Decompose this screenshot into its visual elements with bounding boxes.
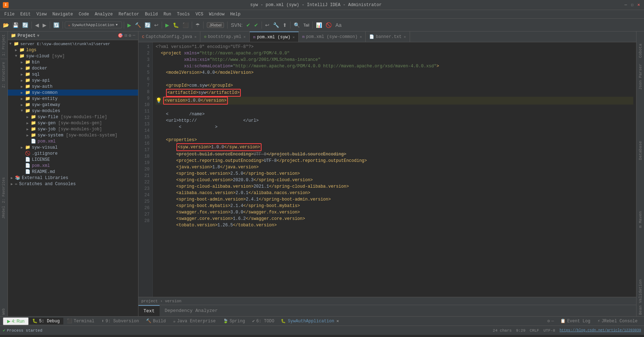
tab-close-captchaconfig[interactable]: ✕ — [194, 35, 196, 39]
database-panel[interactable]: Database — [638, 140, 643, 162]
jrebel-gutter-label[interactable]: JRebel — [1, 204, 6, 220]
rerun-button[interactable]: ↩ — [153, 21, 160, 29]
tab-captchaconfig[interactable]: C CaptchaConfig.java ✕ — [138, 32, 200, 42]
tree-item-sql[interactable]: ▶ 📁 sql — [8, 71, 138, 77]
maven-panel[interactable]: m Maven — [638, 210, 643, 229]
tree-item-syw-entity[interactable]: ▶ 📁 syw-entity — [8, 96, 138, 102]
tree-item-gitignore[interactable]: 🚫 .gitignore — [8, 150, 138, 157]
toolbar-back-button[interactable]: ◀ — [34, 21, 40, 29]
debug-build-tab[interactable]: 🔨 Build — [142, 318, 169, 324]
tree-item-syw-gen[interactable]: ▶ 📁 syw-gen [syw-modules-gen] — [8, 120, 138, 126]
close-button[interactable]: ✕ — [636, 3, 641, 8]
code-editor[interactable]: <?xml version="1.0" encoding="UTF-8"?> <… — [153, 42, 636, 297]
debug-minimize-icon[interactable]: — — [551, 319, 554, 324]
toolbar-stop-btn[interactable]: ⬛ — [181, 21, 190, 29]
toolbar-translate-btn[interactable]: Aa — [334, 21, 343, 29]
run-config-selector[interactable]: ☕ SywAuthApplication ▼ — [65, 21, 122, 28]
toolbar-undo-btn[interactable]: ↩ — [264, 21, 271, 29]
menu-analyze[interactable]: Analyze — [92, 11, 116, 18]
toolbar-debug-run[interactable]: ▶ — [164, 21, 171, 29]
project-gutter-label[interactable]: 1: Project — [1, 33, 6, 57]
tree-item-syw-auth[interactable]: ▶ 📁 syw-auth — [8, 83, 138, 90]
toolbar-sync-button[interactable]: 🔄 — [21, 21, 30, 29]
toolbar-forward-button[interactable]: ▶ — [41, 21, 48, 29]
tab-banner[interactable]: 📄 banner.txt ✕ — [366, 32, 410, 42]
debug-debug-tab[interactable]: 🐛 5: Debug — [29, 318, 63, 324]
json-parser-panel[interactable]: Json Parser — [638, 62, 643, 91]
tree-item-readme[interactable]: 📄 README.md — [8, 169, 138, 175]
tab-close-banner[interactable]: ✕ — [404, 35, 406, 39]
toolbar-screen-btn[interactable]: 📊 — [314, 21, 323, 29]
menu-code[interactable]: Code — [76, 11, 92, 18]
structure-gutter-label[interactable]: Z: Structure — [1, 61, 6, 89]
tree-item-syw-api[interactable]: ▶ 📁 syw-api — [8, 77, 138, 83]
debug-terminal-tab[interactable]: ⬛ Terminal — [63, 318, 98, 324]
toolbar-open-button[interactable]: 📂 — [1, 21, 10, 29]
tree-item-modules-pom[interactable]: 📄 pom.xml — [8, 138, 138, 144]
bean-validation-panel[interactable]: Bean Validation — [638, 278, 643, 316]
minimize-panel-icon[interactable]: — — [133, 33, 135, 38]
tree-item-syw-visual[interactable]: ▶ 📁 syw-visual — [8, 144, 138, 150]
menu-build[interactable]: Build — [142, 11, 161, 18]
tab-pom-common[interactable]: m pom.xml (syw-common) ✕ — [299, 32, 366, 42]
debug-todo-tab[interactable]: ✔ 6: TODO — [249, 318, 278, 324]
tab-close-pom-common[interactable]: ✕ — [360, 35, 362, 39]
toolbar-check-btn[interactable]: ✔ — [245, 21, 252, 29]
web-gutter-label[interactable]: Web — [1, 307, 6, 316]
menu-tools[interactable]: Tools — [174, 11, 193, 18]
debug-run-btn[interactable]: ▶ 4: Run — [3, 317, 29, 325]
editor-content[interactable]: 12345 678910 1112131415 1617181920 21222… — [138, 42, 636, 297]
menu-help[interactable]: Help — [227, 11, 243, 18]
debug-spring-tab[interactable]: 🍃 Spring — [219, 318, 249, 324]
tree-item-syw-modules[interactable]: ▼ 📁 syw-modules — [8, 108, 138, 114]
tree-item-syw-gateway[interactable]: ▶ 📁 syw-gateway — [8, 102, 138, 108]
favorites-gutter-label[interactable]: 2: Favorites — [1, 176, 6, 204]
jrebel-config[interactable]: JRebel — [205, 21, 225, 29]
menu-vcs[interactable]: VCS — [193, 11, 206, 18]
locate-file-icon[interactable]: 🎯 — [118, 33, 123, 38]
tab-dependency-analyzer[interactable]: Dependency Analyzer — [160, 307, 223, 315]
toolbar-ban-btn[interactable]: 🚫 — [324, 21, 333, 29]
debug-subversion-tab[interactable]: ⬆ 9: Subversion — [98, 318, 143, 324]
tree-item-scratches[interactable]: ▶ ✏ Scratches and Consoles — [8, 181, 138, 187]
menu-refactor[interactable]: Refactor — [116, 11, 142, 18]
maximize-button[interactable]: □ — [630, 3, 635, 8]
tree-item-syw-file[interactable]: ▶ 📁 syw-file [syw-modules-file] — [8, 114, 138, 120]
tab-pom-syw[interactable]: m pom.xml (syw) ✕ — [250, 32, 299, 42]
toolbar-debug-btn[interactable]: 🐛 — [171, 21, 180, 29]
cobota-panel[interactable]: Cobota — [638, 42, 643, 59]
collapse-icon[interactable]: ⊟ — [125, 33, 127, 38]
run-button[interactable]: ▶ — [126, 21, 133, 29]
tree-item-license[interactable]: 📄 LICENSE — [8, 157, 138, 163]
tree-root[interactable]: ▼ 📁 server E:\syw-document\trunk\v2\serv… — [8, 41, 138, 47]
minimize-button[interactable]: ─ — [623, 3, 628, 8]
tab-close-bootstrap[interactable]: ✕ — [244, 35, 246, 39]
toolbar-save-button[interactable]: 💾 — [11, 21, 20, 29]
menu-navigate[interactable]: Navigate — [49, 11, 76, 18]
eventlog-tab[interactable]: 📋 Event Log — [557, 318, 594, 324]
tree-item-root-pom[interactable]: 📄 pom.xml — [8, 163, 138, 169]
menu-window[interactable]: Window — [206, 11, 227, 18]
toolbar-tools-btn[interactable]: 🔧 — [272, 21, 280, 29]
tree-item-syw-job[interactable]: ▶ 📁 syw-job [syw-modules-job] — [8, 126, 138, 132]
menu-run[interactable]: Run — [161, 11, 174, 18]
toolbar-search-btn[interactable]: 🔍 — [292, 21, 301, 29]
tree-item-external-libs[interactable]: ▶ 📚 External Libraries — [8, 175, 138, 181]
toolbar-svn-btn[interactable]: SVN: — [229, 21, 244, 29]
toolbar-tail-btn[interactable]: Tail — [302, 22, 311, 28]
menu-edit[interactable]: Edit — [18, 11, 34, 18]
tree-item-syw-common[interactable]: ▶ 📁 syw-common — [8, 90, 138, 96]
project-dropdown-arrow[interactable]: ▼ — [37, 34, 39, 38]
toolbar-recent-button[interactable]: 🔃 — [52, 21, 61, 29]
tree-item-logs[interactable]: ▶ 📁 logs — [8, 47, 138, 53]
tree-item-syw-cloud[interactable]: ▼ 📁 syw-cloud [syw] — [8, 53, 138, 59]
tab-text[interactable]: Text — [138, 305, 160, 316]
debug-run-close[interactable]: ✕ — [336, 318, 339, 324]
tree-item-docker[interactable]: ▶ 📁 docker — [8, 65, 138, 71]
toolbar-deploy-btn[interactable]: ⬆ — [281, 21, 288, 29]
tab-bootstrap[interactable]: ⚙ bootstrap.yml ✕ — [200, 32, 249, 42]
build-button[interactable]: 🔨 — [133, 21, 142, 29]
tree-item-bin[interactable]: ▶ 📁 bin — [8, 59, 138, 65]
jrebel-console-tab[interactable]: ⚡ JRebel Console — [594, 318, 641, 324]
reload-button[interactable]: 🔄 — [143, 21, 152, 29]
